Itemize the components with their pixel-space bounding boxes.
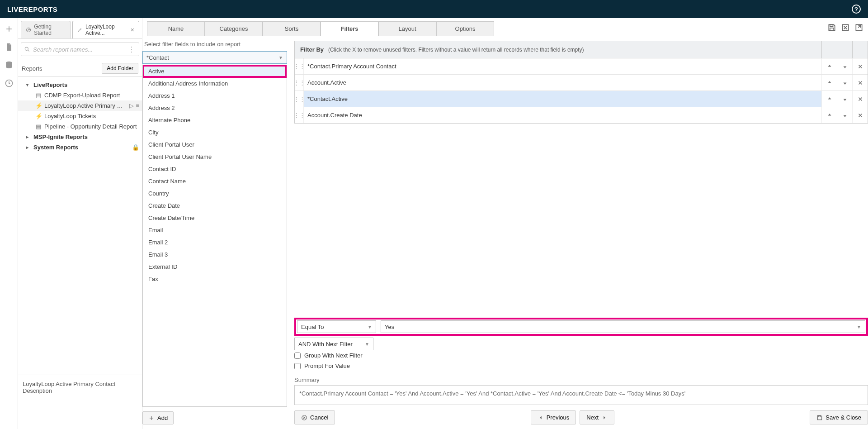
tab-sorts[interactable]: Sorts [263,21,321,36]
field-item[interactable]: Alternate Phone [143,114,287,126]
join-select[interactable]: AND With Next Filter ▼ [294,338,373,350]
clock-icon[interactable] [4,78,14,89]
move-down-button[interactable] [837,107,852,123]
report-item[interactable]: ⚡ LoyaltyLoop Tickets [18,111,142,121]
move-up-button[interactable] [821,58,837,74]
filter-row[interactable]: ⋮⋮*Contact.Primary Account Contact [295,58,868,75]
move-down-button[interactable] [837,58,852,74]
field-item[interactable]: Client Portal User Name [143,151,287,163]
filter-row[interactable]: ⋮⋮*Contact.Active [295,91,868,107]
field-item[interactable]: Address 2 [143,102,287,114]
folder-system-reports[interactable]: ▸ System Reports 🔒 [18,142,142,153]
field-item[interactable]: Email 3 [143,248,287,261]
tab-options[interactable]: Options [436,21,494,36]
operator-value: Equal To [301,324,324,330]
join-value: AND With Next Filter [298,341,353,348]
cancel-button[interactable]: Cancel [294,410,335,424]
move-down-button[interactable] [837,75,852,91]
tab-layout[interactable]: Layout [378,21,436,36]
save-icon[interactable] [827,23,836,32]
prompt-label: Prompt For Value [304,362,350,369]
report-label: LoyaltyLoop Active Primary Con [44,102,127,109]
reports-title: Reports [22,65,42,72]
field-item[interactable]: Fax [143,273,287,285]
value-value: Yes [385,324,394,330]
field-list[interactable]: ActiveAdditional Address InformationAddr… [142,65,287,407]
menu-icon[interactable]: ≡ [136,102,139,109]
play-icon[interactable]: ▷ [129,102,134,109]
operator-select[interactable]: Equal To ▼ [297,320,376,333]
remove-x-icon[interactable] [841,23,850,32]
filter-row[interactable]: ⋮⋮Account.Active [295,75,868,91]
search-icon [24,46,30,52]
move-up-button[interactable] [821,107,837,123]
previous-button[interactable]: Previous [531,410,576,424]
drag-handle-icon[interactable]: ⋮⋮ [295,75,304,91]
field-item[interactable]: Address 1 [143,90,287,102]
plus-icon[interactable] [4,24,14,34]
folder-msp-ignite[interactable]: ▸ MSP-Ignite Reports [18,132,142,142]
field-category-select[interactable]: *Contact ▼ [142,51,287,64]
search-options-icon[interactable]: ⋮ [127,45,136,54]
search-input[interactable] [30,46,127,53]
move-down-button[interactable] [837,91,852,107]
svg-point-3 [25,47,28,50]
tab-name[interactable]: Name [147,21,205,36]
folder-livereports[interactable]: ▾ LiveReports [18,80,142,90]
database-icon[interactable] [4,60,14,71]
field-item[interactable]: Email 2 [143,236,287,248]
chevron-down-icon: ▼ [857,324,861,329]
export-icon[interactable] [854,23,863,32]
previous-label: Previous [547,414,570,421]
tab-categories[interactable]: Categories [205,21,263,36]
field-item[interactable]: External ID [143,261,287,273]
report-item[interactable]: ▤ Pipeline - Opportunity Detail Report [18,121,142,132]
filter-field-name: *Contact.Active [304,91,821,107]
field-item[interactable]: Create Date [143,200,287,212]
field-item[interactable]: City [143,126,287,138]
remove-button[interactable] [852,75,868,91]
bolt-icon: ⚡ [35,113,42,119]
field-item[interactable]: Client Portal User [143,138,287,151]
folder-label: System Reports [33,144,78,151]
add-label: Add [157,415,168,421]
field-item[interactable]: Email [143,224,287,236]
value-select[interactable]: Yes ▼ [381,320,865,333]
left-rail [0,18,18,429]
field-item[interactable]: Contact Name [143,175,287,187]
tab-filters[interactable]: Filters [321,21,378,36]
report-item[interactable]: ▤ CDMP Export-Upload Report [18,90,142,100]
chevron-down-icon: ▼ [365,342,369,347]
next-button[interactable]: Next [580,410,614,424]
drag-handle-icon[interactable]: ⋮⋮ [295,91,304,107]
add-button[interactable]: Add [142,411,174,424]
tab-loyaltyloop[interactable]: LoyaltyLoop Active... × [72,21,139,38]
filter-row[interactable]: ⋮⋮Account.Create Date [295,107,868,123]
add-folder-button[interactable]: Add Folder [102,63,138,74]
remove-button[interactable] [852,58,868,74]
move-up-button[interactable] [821,75,837,91]
help-icon[interactable]: ? [852,5,861,14]
folder-label: MSP-Ignite Reports [33,133,88,140]
prompt-checkbox[interactable] [294,363,301,369]
remove-button[interactable] [852,91,868,107]
drag-handle-icon[interactable]: ⋮⋮ [295,107,304,123]
field-item[interactable]: Additional Address Information [143,77,287,90]
field-item[interactable]: Contact ID [143,163,287,175]
report-item[interactable]: ⚡ LoyaltyLoop Active Primary Con ▷ ≡ [18,100,142,111]
move-up-button[interactable] [821,91,837,107]
field-item[interactable]: Create Date/Time [143,212,287,224]
tab-getting-started[interactable]: Getting Started [21,21,71,38]
group-next-checkbox[interactable] [294,353,301,359]
folder-label: LiveReports [33,81,67,88]
field-item[interactable]: Active [143,65,287,77]
close-icon[interactable]: × [131,26,134,33]
save-close-button[interactable]: Save & Close [810,410,868,424]
reports-header: Reports Add Folder [18,60,142,77]
summary-label: Summary [294,377,868,383]
summary-text: *Contact.Primary Account Contact = 'Yes'… [294,385,868,405]
remove-button[interactable] [852,107,868,123]
file-icon[interactable] [4,42,14,52]
field-item[interactable]: Country [143,187,287,200]
drag-handle-icon[interactable]: ⋮⋮ [295,58,304,74]
